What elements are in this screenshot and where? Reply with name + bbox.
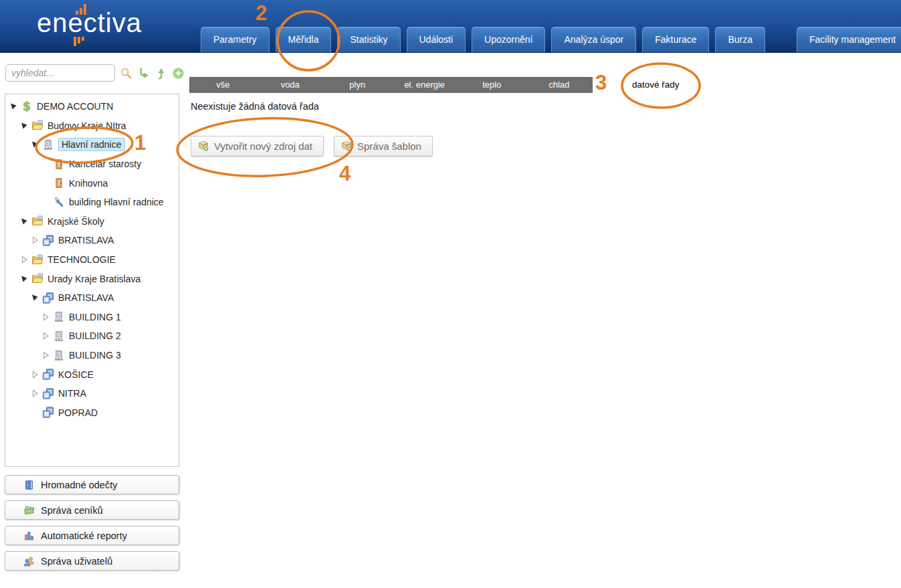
- tree-item-label: Hlavní radnice: [58, 138, 125, 151]
- sidebar-button-label: Správa uživatelů: [41, 556, 112, 567]
- tree-item-budovy-kraje-nitra[interactable]: Budovy Kraje NItra: [5, 116, 179, 136]
- building-icon: [42, 139, 55, 151]
- tree-item-building-2[interactable]: BUILDING 2: [5, 326, 179, 346]
- tree-item-hlavni-radnice[interactable]: Hlavní radnice: [5, 135, 179, 155]
- folder-icon: [31, 254, 44, 266]
- expander-spacer: [41, 198, 51, 206]
- main-content: vševodaplynel. energieteplochlad datové …: [189, 77, 898, 545]
- building-icon: [53, 330, 66, 342]
- fuel-filter-bar: vševodaplynel. energieteplochlad: [189, 77, 593, 93]
- sidebar-button-sprava-ceniku[interactable]: Správa ceníků: [5, 500, 179, 520]
- app-logo[interactable]: enectiva: [37, 1, 184, 51]
- tab-meridla[interactable]: Měřidla: [276, 27, 332, 52]
- tree-item-label: Budovy Kraje NItra: [47, 120, 126, 131]
- sidebar-button-automaticke-reporty[interactable]: Automatické reporty: [5, 526, 179, 545]
- expander-collapsed-icon[interactable]: [31, 389, 40, 397]
- expander-collapsed-icon[interactable]: [41, 332, 51, 340]
- users-icon: [23, 556, 35, 567]
- tree-item-label: DEMO ACCOUTN: [37, 101, 113, 112]
- filter-teplo[interactable]: teplo: [458, 77, 526, 93]
- tab-udalosti[interactable]: Události: [407, 27, 466, 52]
- tree-item-label: NITRA: [58, 388, 86, 399]
- folder-icon: [31, 120, 44, 131]
- tree-item-demo-accoutn[interactable]: $DEMO ACCOUTN: [5, 97, 179, 116]
- tab-burza[interactable]: Burza: [715, 27, 765, 52]
- collapse-all-icon[interactable]: [155, 67, 167, 80]
- filter-plyn[interactable]: plyn: [324, 77, 391, 93]
- city-icon: [42, 369, 55, 380]
- expand-all-icon[interactable]: [137, 67, 150, 80]
- tab-upozorneni[interactable]: Upozornění: [472, 27, 545, 52]
- tree-item-label: TECHNOLOGIE: [47, 254, 116, 265]
- tree-item-label: Krajské Školy: [47, 216, 104, 227]
- tab-facility-management[interactable]: Facility management: [797, 27, 901, 52]
- expander-collapsed-icon[interactable]: [41, 313, 51, 321]
- tree-item-label: building Hlavní radnice: [69, 197, 164, 207]
- expander-expanded-icon[interactable]: [31, 294, 40, 302]
- tree-item-building-1[interactable]: BUILDING 1: [5, 308, 179, 327]
- tab-datove-rady[interactable]: datové řady: [632, 80, 680, 90]
- expander-expanded-icon[interactable]: [20, 217, 29, 225]
- tree-item-bratislava[interactable]: BRATISLAVA: [5, 288, 179, 308]
- wrench-icon: [53, 197, 66, 208]
- expander-expanded-icon[interactable]: [20, 275, 29, 283]
- city-icon: [42, 388, 55, 399]
- sidebar-search-row: [5, 64, 185, 82]
- folder-icon: [31, 215, 44, 227]
- tree-item-krajske-skoly[interactable]: Krajské Školy: [5, 212, 179, 231]
- tree-item-label: KOŠICE: [58, 369, 94, 380]
- search-icon[interactable]: [120, 67, 132, 80]
- tree-item-building-3[interactable]: BUILDING 3: [5, 346, 179, 365]
- expander-collapsed-icon[interactable]: [31, 371, 40, 379]
- box-add-icon: [197, 140, 209, 152]
- filter-vse[interactable]: vše: [189, 77, 257, 93]
- tree-item-knihovna[interactable]: Knihovna: [5, 173, 179, 193]
- tab-analyza-uspor[interactable]: Analýza úspor: [551, 27, 636, 52]
- expander-collapsed-icon[interactable]: [41, 351, 51, 359]
- tree-item-bratislava[interactable]: BRATISLAVA: [5, 231, 179, 250]
- svg-text:$: $: [23, 101, 31, 112]
- city-icon: [42, 235, 55, 246]
- tree-item-kosice[interactable]: KOŠICE: [5, 365, 179, 384]
- button-vytvorit-novy-zdroj-dat[interactable]: Vytvořit nový zdroj dat: [191, 136, 324, 157]
- filter-el-energie[interactable]: el. energie: [391, 77, 459, 93]
- sidebar-button-label: Správa ceníků: [41, 505, 103, 516]
- expander-expanded-icon[interactable]: [9, 102, 19, 110]
- expander-collapsed-icon[interactable]: [31, 236, 40, 244]
- expander-expanded-icon[interactable]: [31, 140, 40, 149]
- sidebar-button-label: Automatické reporty: [41, 530, 127, 541]
- tab-parametry[interactable]: Parametry: [201, 27, 270, 52]
- sidebar-button-sprava-uzivatelu[interactable]: Správa uživatelů: [5, 551, 179, 571]
- tab-fakturace[interactable]: Fakturace: [642, 27, 709, 52]
- expander-spacer: [41, 160, 51, 168]
- expander-spacer: [41, 179, 51, 187]
- header-tabs: ParametryMěřidlaStatistikyUdálostiUpozor…: [201, 27, 897, 52]
- sidebar-buttons: Hromadné odečtySpráva ceníkůAutomatické …: [5, 475, 179, 571]
- expander-spacer: [31, 409, 40, 417]
- tree-item-kancelar-starosty[interactable]: Kancelář starosty: [5, 155, 179, 174]
- search-input[interactable]: [5, 64, 115, 82]
- tab-statistiky[interactable]: Statistiky: [337, 27, 400, 52]
- sidebar-button-hromadne-odecty[interactable]: Hromadné odečty: [5, 475, 179, 494]
- tree-item-technologie[interactable]: TECHNOLOGIE: [5, 250, 179, 270]
- filter-voda[interactable]: voda: [257, 77, 324, 93]
- tree-item-label: BRATISLAVA: [58, 235, 114, 246]
- tree-item-urady-kraje-bratislava[interactable]: Urady Kraje Bratislava: [5, 269, 179, 288]
- filter-chlad[interactable]: chlad: [526, 77, 593, 93]
- button-sprava-sablon[interactable]: Správa šablon: [334, 136, 433, 157]
- door-icon: [53, 159, 66, 170]
- expander-collapsed-icon[interactable]: [20, 256, 29, 264]
- empty-state-message: Neexistuje žádná datová řada: [191, 101, 319, 112]
- tree-item-label: Kancelář starosty: [69, 159, 141, 169]
- folder-icon: [31, 273, 44, 284]
- chart-icon: [23, 530, 35, 541]
- expander-expanded-icon[interactable]: [20, 122, 29, 130]
- tree-item-nitra[interactable]: NITRA: [5, 384, 179, 403]
- tree-item-building-hlavni-radnice[interactable]: building Hlavní radnice: [5, 193, 179, 212]
- city-icon: [42, 407, 55, 418]
- tree-item-poprad[interactable]: POPRAD: [5, 403, 179, 423]
- tree-item-label: Knihovna: [69, 178, 108, 189]
- building-icon: [53, 350, 66, 361]
- add-node-icon[interactable]: [172, 67, 185, 80]
- logo-text: enectiva: [37, 8, 142, 38]
